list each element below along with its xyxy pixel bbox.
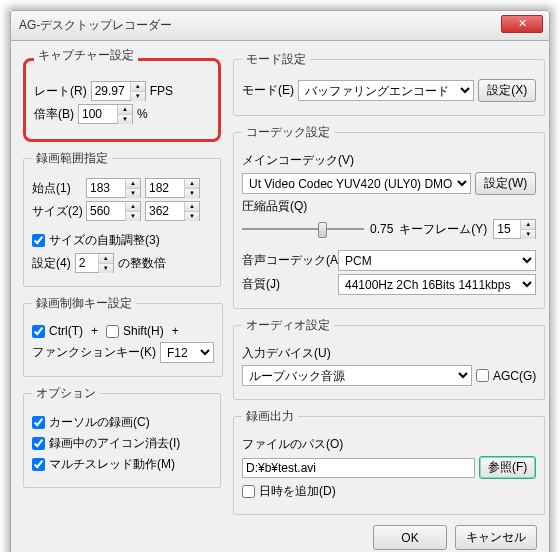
add-date-label: 日時を追加(D) <box>259 483 336 500</box>
titlebar: AG-デスクトップレコーダー ✕ <box>10 10 550 40</box>
mode-label: モード(E) <box>242 82 294 99</box>
hotkey-group: 録画制御キー設定 Ctrl(T) + Shift(H) + ファンクションキー(… <box>23 295 223 377</box>
start-y-input[interactable]: ▲▼ <box>145 178 200 198</box>
mode-group: モード設定 モード(E) バッファリングエンコード 設定(X) <box>233 51 545 116</box>
audio-quality-select[interactable]: 44100Hz 2Ch 16Bits 1411kbps <box>338 274 536 295</box>
codec-group: コーデック設定 メインコーデック(V) Ut Video Codec YUV42… <box>233 124 545 309</box>
ok-button[interactable]: OK <box>373 525 447 550</box>
options-legend: オプション <box>32 385 100 402</box>
scale-unit: % <box>137 107 148 121</box>
size-h-input[interactable]: ▲▼ <box>145 201 200 221</box>
output-legend: 録画出力 <box>242 408 298 425</box>
audio-codec-select[interactable]: PCM <box>338 250 536 271</box>
range-group: 録画範囲指定 始点(1) ▲▼ ▲▼ サイズ(2) ▲▼ ▲▼ サイズの自動調整… <box>23 150 221 287</box>
audio-legend: オーディオ設定 <box>242 317 334 334</box>
rate-input[interactable]: ▲▼ <box>91 81 146 101</box>
multithread-checkbox[interactable] <box>32 458 45 471</box>
mode-select[interactable]: バッファリングエンコード <box>298 80 474 101</box>
keyframe-label: キーフレーム(Y) <box>399 221 487 238</box>
cancel-button[interactable]: キャンセル <box>455 525 537 550</box>
size-label: サイズ(2) <box>32 203 82 220</box>
size-w-input[interactable]: ▲▼ <box>86 201 141 221</box>
auto-adjust-label: サイズの自動調整(3) <box>49 232 160 249</box>
shift-label: Shift(H) <box>123 324 164 338</box>
capture-group: キャプチャー設定 レート(R) ▲▼ FPS 倍率(B) ▲▼ % <box>23 51 221 142</box>
auto-adjust-checkbox[interactable] <box>32 234 45 247</box>
mode-legend: モード設定 <box>242 51 310 68</box>
main-codec-select[interactable]: Ut Video Codec YUV420 (ULY0) DMO x86 <box>242 173 471 194</box>
start-label: 始点(1) <box>32 180 82 197</box>
quality-slider[interactable] <box>242 219 364 239</box>
agc-label: AGC(G) <box>493 369 536 383</box>
multithread-label: マルチスレッド動作(M) <box>49 456 175 473</box>
rate-unit: FPS <box>150 84 173 98</box>
ctrl-label: Ctrl(T) <box>49 324 83 338</box>
setting-label: 設定(4) <box>32 255 71 272</box>
options-group: オプション カーソルの録画(C) 録画中のアイコン消去(I) マルチスレッド動作… <box>23 385 221 488</box>
cursor-label: カーソルの録画(C) <box>49 414 150 431</box>
hide-icon-checkbox[interactable] <box>32 437 45 450</box>
range-legend: 録画範囲指定 <box>32 150 112 167</box>
rate-label: レート(R) <box>34 83 87 100</box>
device-label: 入力デバイス(U) <box>242 345 331 362</box>
ctrl-checkbox[interactable] <box>32 325 45 338</box>
hotkey-legend: 録画制御キー設定 <box>32 295 136 312</box>
spin-up-icon[interactable]: ▲ <box>131 82 145 92</box>
scale-input[interactable]: ▲▼ <box>78 104 133 124</box>
setting-suffix: の整数倍 <box>118 255 166 272</box>
codec-legend: コーデック設定 <box>242 124 334 141</box>
spin-down-icon[interactable]: ▼ <box>118 115 132 124</box>
close-icon[interactable]: ✕ <box>501 15 543 33</box>
fn-select[interactable]: F12 <box>160 342 214 363</box>
window-title: AG-デスクトップレコーダー <box>19 17 172 34</box>
quality-value: 0.75 <box>370 222 393 236</box>
keyframe-input[interactable]: ▲▼ <box>493 219 536 239</box>
capture-legend: キャプチャー設定 <box>34 47 138 64</box>
spin-down-icon[interactable]: ▼ <box>131 92 145 101</box>
audio-group: オーディオ設定 入力デバイス(U) ループバック音源 AGC(G) <box>233 317 545 400</box>
output-group: 録画出力 ファイルのパス(O) 参照(F) 日時を追加(D) <box>233 408 545 515</box>
path-label: ファイルのパス(O) <box>242 436 343 453</box>
quality-label: 圧縮品質(Q) <box>242 198 307 215</box>
device-select[interactable]: ループバック音源 <box>242 365 472 386</box>
audio-quality-label: 音質(J) <box>242 276 334 293</box>
scale-label: 倍率(B) <box>34 106 74 123</box>
codec-set-button[interactable]: 設定(W) <box>475 172 536 195</box>
hide-icon-label: 録画中のアイコン消去(I) <box>49 435 180 452</box>
path-input[interactable] <box>242 458 475 478</box>
add-date-checkbox[interactable] <box>242 485 255 498</box>
shift-checkbox[interactable] <box>106 325 119 338</box>
browse-button[interactable]: 参照(F) <box>479 456 536 479</box>
fn-label: ファンクションキー(K) <box>32 344 156 361</box>
start-x-input[interactable]: ▲▼ <box>86 178 141 198</box>
audio-codec-label: 音声コーデック(A) <box>242 252 334 269</box>
mode-set-button[interactable]: 設定(X) <box>478 79 536 102</box>
spin-up-icon[interactable]: ▲ <box>118 105 132 115</box>
setting-value-input[interactable]: ▲▼ <box>75 253 114 273</box>
cursor-checkbox[interactable] <box>32 416 45 429</box>
main-codec-label: メインコーデック(V) <box>242 152 354 169</box>
agc-checkbox[interactable] <box>476 369 489 382</box>
